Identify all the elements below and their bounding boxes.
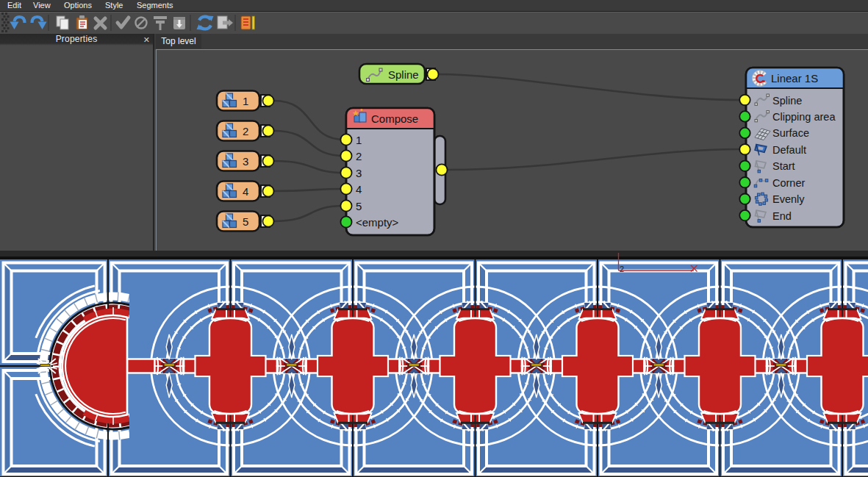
svg-text:<empty>: <empty> [356, 216, 399, 229]
svg-text:Default: Default [772, 144, 806, 156]
svg-text:Compose: Compose [371, 112, 418, 125]
svg-text:2: 2 [243, 125, 248, 137]
svg-text:3: 3 [243, 155, 248, 168]
svg-text:Clipping area: Clipping area [772, 111, 836, 123]
svg-text:End: End [772, 210, 792, 222]
svg-text:Corner: Corner [772, 177, 805, 189]
svg-text:2: 2 [620, 265, 624, 273]
svg-text:1: 1 [243, 95, 248, 107]
svg-text:4: 4 [243, 185, 248, 198]
svg-text:Linear 1S: Linear 1S [771, 72, 818, 85]
svg-text:3: 3 [356, 167, 362, 179]
svg-text:4: 4 [356, 183, 362, 196]
svg-text:2: 2 [356, 150, 362, 162]
svg-text:5: 5 [356, 200, 362, 212]
svg-text:1: 1 [356, 134, 362, 146]
svg-text:5: 5 [243, 215, 248, 228]
svg-text:Start: Start [772, 160, 795, 172]
svg-text:Surface: Surface [772, 127, 809, 139]
svg-text:Evenly: Evenly [772, 193, 805, 205]
svg-text:Spline: Spline [388, 68, 419, 81]
svg-text:Spline: Spline [772, 95, 802, 107]
